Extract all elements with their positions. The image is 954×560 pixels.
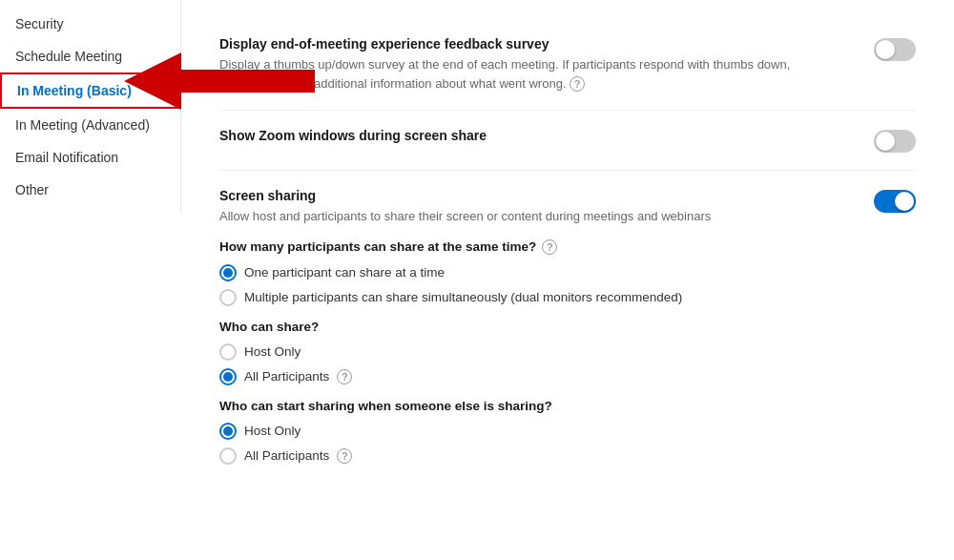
radio-label-host-only-share: Host Only <box>244 344 301 359</box>
help-icon-opt-all-participants-share[interactable]: ? <box>337 369 352 384</box>
setting-title-show-zoom-windows: Show Zoom windows during screen share <box>219 128 845 143</box>
main-content: Display end-of-meeting experience feedba… <box>181 0 954 560</box>
setting-content-screen-sharing: Screen sharingAllow host and participant… <box>219 188 874 478</box>
sidebar: SecuritySchedule MeetingIn Meeting (Basi… <box>0 0 181 214</box>
radio-label-multiple: Multiple participants can share simultan… <box>244 290 682 304</box>
radio-label-host-only-start: Host Only <box>244 424 301 438</box>
sidebar-item-schedule-meeting[interactable]: Schedule Meeting <box>0 40 180 73</box>
setting-row-feedback-survey: Display end-of-meeting experience feedba… <box>219 19 916 111</box>
sub-label-whoCanStart: Who can start sharing when someone else … <box>219 399 845 413</box>
radio-option-host-only-start[interactable]: Host Only <box>219 423 845 440</box>
toggle-thumb-screen-sharing <box>895 192 914 211</box>
sub-label-whoCanShare: Who can share? <box>219 320 845 334</box>
setting-desc-feedback-survey: Display a thumbs up/down survey at the e… <box>219 55 811 93</box>
setting-title-feedback-survey: Display end-of-meeting experience feedba… <box>219 36 845 52</box>
radio-circle-all-participants-start <box>219 447 237 465</box>
sidebar-item-security[interactable]: Security <box>0 8 180 40</box>
toggle-thumb-show-zoom-windows <box>876 132 895 151</box>
radio-label-all-participants-start: All Participants <box>244 448 329 463</box>
setting-content-show-zoom-windows: Show Zoom windows during screen share <box>219 128 874 147</box>
toggle-screen-sharing[interactable] <box>874 190 916 213</box>
radio-label-all-participants-share: All Participants <box>244 369 329 384</box>
radio-circle-multiple <box>219 289 237 306</box>
toggle-feedback-survey[interactable] <box>874 38 916 61</box>
radio-option-one[interactable]: One participant can share at a time <box>219 264 845 281</box>
sidebar-item-email-notification[interactable]: Email Notification <box>0 141 180 174</box>
radio-group-howMany: How many participants can share at the s… <box>219 239 845 306</box>
radio-label-one: One participant can share at a time <box>244 265 445 280</box>
setting-row-show-zoom-windows: Show Zoom windows during screen share <box>219 111 916 171</box>
setting-content-feedback-survey: Display end-of-meeting experience feedba… <box>219 36 874 93</box>
sidebar-item-in-meeting-advanced[interactable]: In Meeting (Advanced) <box>0 109 180 141</box>
radio-option-multiple[interactable]: Multiple participants can share simultan… <box>219 289 845 306</box>
radio-circle-host-only-start <box>219 423 237 440</box>
toggle-thumb-feedback-survey <box>876 40 895 59</box>
setting-row-screen-sharing: Screen sharingAllow host and participant… <box>219 171 916 495</box>
radio-group-whoCanShare: Who can share?Host OnlyAll Participants? <box>219 320 845 385</box>
setting-title-screen-sharing: Screen sharing <box>219 188 845 203</box>
radio-option-all-participants-start[interactable]: All Participants? <box>219 447 845 465</box>
help-icon-opt-all-participants-start[interactable]: ? <box>337 448 352 464</box>
help-icon-feedback-survey[interactable]: ? <box>570 76 585 92</box>
setting-desc-screen-sharing: Allow host and participants to share the… <box>219 207 811 226</box>
sidebar-item-in-meeting-basic[interactable]: In Meeting (Basic) <box>0 73 180 109</box>
sidebar-item-other[interactable]: Other <box>0 174 180 206</box>
radio-option-all-participants-share[interactable]: All Participants? <box>219 368 845 385</box>
radio-option-host-only-share[interactable]: Host Only <box>219 343 845 361</box>
sub-label-howMany: How many participants can share at the s… <box>219 239 845 255</box>
sub-settings-screen-sharing: How many participants can share at the s… <box>219 239 845 465</box>
radio-group-whoCanStart: Who can start sharing when someone else … <box>219 399 845 465</box>
radio-circle-host-only-share <box>219 343 237 361</box>
help-icon-howMany[interactable]: ? <box>542 239 557 255</box>
toggle-show-zoom-windows[interactable] <box>874 130 916 153</box>
radio-circle-one <box>219 264 237 281</box>
radio-circle-all-participants-share <box>219 368 237 385</box>
